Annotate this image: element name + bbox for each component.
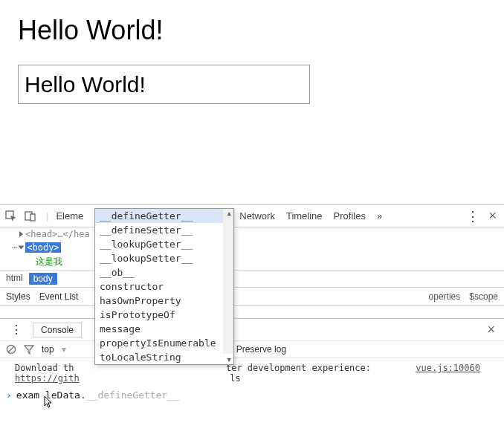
ac-item[interactable]: __lookupSetter__ xyxy=(95,251,233,265)
ac-item[interactable]: __lookupGetter__ xyxy=(95,237,233,251)
svg-line-4 xyxy=(8,346,14,352)
breadcrumb-body[interactable]: body xyxy=(29,273,57,285)
inspect-icon[interactable] xyxy=(4,210,18,223)
device-icon[interactable] xyxy=(24,210,37,223)
tab-network[interactable]: Network xyxy=(239,210,275,222)
kebab-icon[interactable]: ⋮ xyxy=(460,208,485,224)
console-input[interactable]: › exam leData.__defineGetter__ xyxy=(0,388,504,402)
breadcrumb-html[interactable]: html xyxy=(6,273,23,285)
console-close-icon[interactable]: × xyxy=(482,322,500,337)
scroll-up-icon[interactable]: ▲ xyxy=(227,210,231,217)
log-link[interactable]: https://gith xyxy=(15,373,80,384)
clear-console-icon[interactable] xyxy=(6,344,16,355)
styles-tabs: Styles Event List operties $scope xyxy=(0,287,504,306)
autocomplete-popup[interactable]: __defineGetter__ __defineSetter__ __look… xyxy=(94,208,234,365)
page-body: Hello World! xyxy=(0,0,504,119)
ac-item[interactable]: __defineSetter__ xyxy=(95,223,233,237)
tabs-overflow-icon[interactable]: » xyxy=(377,210,382,222)
ac-item[interactable]: constructor xyxy=(95,279,233,294)
console-tab[interactable]: Console xyxy=(33,323,82,337)
ac-item[interactable]: propertyIsEnumerable xyxy=(95,336,233,350)
comment-node: 这是我 xyxy=(36,256,62,268)
tab-profiles[interactable]: Profiles xyxy=(334,210,366,222)
breadcrumb: html body xyxy=(0,270,504,287)
body-node-row[interactable]: ⋯ <body> xyxy=(0,241,504,254)
body-node[interactable]: <body> xyxy=(25,242,60,253)
text-input[interactable] xyxy=(18,65,310,104)
ac-item[interactable]: toLocaleString xyxy=(95,350,233,364)
close-icon[interactable]: × xyxy=(485,208,500,224)
head-node[interactable]: <head>…</hea xyxy=(25,229,90,239)
source-link[interactable]: vue.js:10060 xyxy=(416,363,480,373)
tab-styles[interactable]: Styles xyxy=(6,291,30,302)
context-selector[interactable]: top xyxy=(42,344,54,355)
ac-item[interactable]: isPrototypeOf xyxy=(95,308,233,322)
console-drawer: ⋮ Console × top ▾ Preserve log Download … xyxy=(0,318,504,402)
scrollbar[interactable] xyxy=(223,209,233,354)
ac-item[interactable]: __ob__ xyxy=(95,265,233,279)
devtools-panel: | Eleme Network Timeline Profiles » ⋮ × … xyxy=(0,204,504,443)
tab-properties[interactable]: operties xyxy=(429,291,461,302)
comment-row[interactable]: 这是我 xyxy=(0,254,504,270)
console-kebab-icon[interactable]: ⋮ xyxy=(4,323,28,337)
svg-rect-2 xyxy=(30,214,35,221)
elements-tree[interactable]: <head>…</hea xyxy=(0,227,504,241)
tab-scope[interactable]: $scope xyxy=(469,291,498,302)
console-output: Download th ter development experience: … xyxy=(0,358,504,388)
ac-item[interactable]: __defineGetter__ xyxy=(95,209,233,223)
ac-item[interactable]: message xyxy=(95,322,233,336)
devtools-toolbar: | Eleme Network Timeline Profiles » ⋮ × xyxy=(0,205,504,227)
tab-event-listeners[interactable]: Event List xyxy=(39,291,79,302)
page-heading: Hello World! xyxy=(18,15,486,46)
scroll-down-icon[interactable]: ▼ xyxy=(227,356,231,363)
prompt-icon: › xyxy=(6,389,12,401)
tab-timeline[interactable]: Timeline xyxy=(286,210,323,222)
ac-item[interactable]: hasOwnProperty xyxy=(95,294,233,308)
tab-elements[interactable]: Eleme xyxy=(56,210,83,222)
filter-icon[interactable] xyxy=(24,344,34,355)
